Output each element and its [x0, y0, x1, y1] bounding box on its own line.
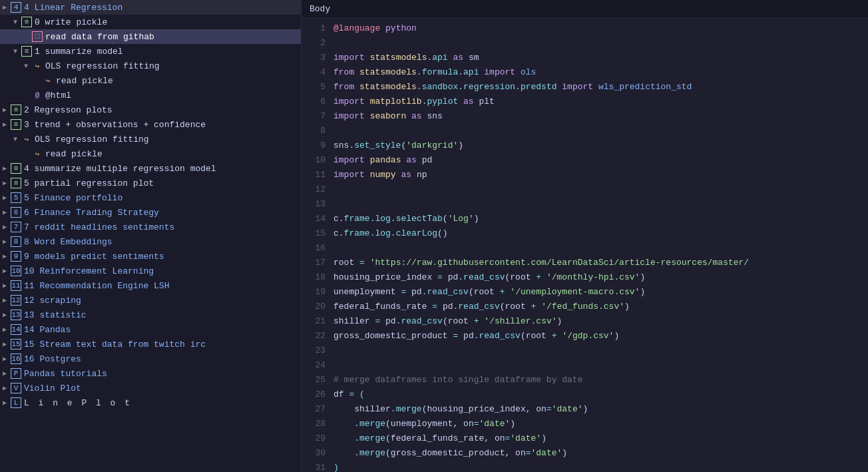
tree-arrow: ▶ — [3, 252, 11, 260]
sidebar-item-s23[interactable]: ▶1414 Pandas — [0, 322, 301, 337]
sidebar-item-s8[interactable]: ▶≡2 Regresson plots — [0, 103, 301, 117]
sidebar-item-label: 0 write pickle — [35, 17, 107, 27]
sidebar-item-s14[interactable]: ▶55 Finance portfolio — [0, 190, 301, 205]
section-icon: ≡ — [11, 105, 21, 115]
sidebar-item-label: 5 Finance portfolio — [24, 193, 122, 203]
sidebar-item-label: 14 Pandas — [24, 325, 71, 335]
sidebar-item-s24[interactable]: ▶1515 Stream text data from twitch irc — [0, 337, 301, 352]
sidebar-item-s25[interactable]: ▶1616 Postgres — [0, 352, 301, 366]
notebook-icon: 12 — [11, 295, 21, 306]
tree-arrow: ▶ — [3, 282, 11, 290]
sidebar-item-label: 4 Linear Regression — [24, 3, 122, 13]
sidebar-item-label: 3 trend + observations + confidence — [24, 120, 206, 130]
sidebar-item-s17[interactable]: ▶88 Word Embeddings — [0, 234, 301, 249]
notebook-icon: V — [11, 383, 21, 393]
sidebar-item-label: 5 partial regression plot — [24, 178, 154, 188]
ref-icon: ↪ — [43, 75, 53, 86]
section-icon: ≡ — [11, 119, 21, 130]
sidebar-item-s4[interactable]: ▼≡1 summarize model — [0, 44, 301, 59]
sidebar-item-s2[interactable]: ▼≡0 write pickle — [0, 15, 301, 29]
sidebar-item-label: 1 summarize model — [35, 47, 123, 57]
section-icon: ≡ — [11, 178, 21, 188]
sidebar-item-s13[interactable]: ▶≡5 partial regression plot — [0, 176, 301, 190]
notebook-icon: 14 — [11, 324, 21, 335]
html-icon: @ — [32, 90, 43, 101]
sidebar-item-s15[interactable]: ▶66 Finance Trading Strategy — [0, 205, 301, 220]
code-content: @language python import statsmodels.api … — [333, 21, 868, 469]
notebook-icon: 15 — [11, 339, 21, 350]
notebook-icon: 4 — [11, 2, 21, 13]
sidebar-item-s5[interactable]: ▼↪OLS regression fitting — [0, 59, 301, 73]
notebook-icon: 8 — [11, 236, 21, 247]
code-panel: Body 12345 678910 1112131415 1617181920 … — [302, 0, 868, 472]
notebook-icon: 7 — [11, 222, 21, 232]
tree-arrow: ▶ — [3, 120, 11, 128]
sidebar-item-label: 13 statistic — [24, 310, 87, 320]
sidebar-item-label: read pickle — [45, 149, 103, 159]
ref-icon: ↪ — [21, 134, 32, 144]
code-body[interactable]: 12345 678910 1112131415 1617181920 21222… — [302, 19, 868, 472]
sidebar-item-label: 9 models predict sentiments — [24, 252, 164, 262]
sidebar-item-s10[interactable]: ▼↪OLS regression fitting — [0, 132, 301, 146]
sidebar-item-label: read data from githab — [45, 32, 154, 42]
sidebar-item-label: Pandas tutorials — [24, 369, 107, 379]
code-header: Body — [302, 0, 868, 19]
sidebar-item-label: 16 Postgres — [24, 354, 81, 364]
notebook-icon: 6 — [11, 207, 21, 218]
sidebar-item-label: 11 Recommendation Engine LSH — [24, 281, 169, 291]
line-numbers: 12345 678910 1112131415 1617181920 21222… — [302, 21, 333, 469]
section-icon: ≡ — [21, 17, 32, 27]
sidebar-item-s21[interactable]: ▶1212 scraping — [0, 293, 301, 308]
sidebar-item-label: read pickle — [56, 76, 113, 86]
sidebar-item-s19[interactable]: ▶1010 Reinforcement Learning — [0, 264, 301, 278]
sidebar-item-label: 12 scraping — [24, 296, 81, 306]
tree-arrow: ▶ — [3, 267, 11, 275]
tree-arrow: ▼ — [13, 19, 21, 26]
notebook-icon: 5 — [11, 192, 21, 203]
tree-arrow: ▶ — [3, 194, 11, 202]
body-label: Body — [310, 4, 330, 14]
tree-arrow: ▶ — [3, 296, 11, 304]
tree-arrow: ▼ — [13, 48, 21, 55]
sidebar: ▶44 Linear Regression▼≡0 write pickle□re… — [0, 0, 302, 472]
notebook-icon: L — [11, 397, 21, 408]
notebook-icon: 11 — [11, 280, 21, 291]
notebook-icon: P — [11, 368, 21, 379]
tree-arrow: ▶ — [3, 369, 11, 377]
sidebar-item-s9[interactable]: ▶≡3 trend + observations + confidence — [0, 117, 301, 132]
section-icon: ≡ — [11, 163, 21, 174]
notebook-icon: 13 — [11, 310, 21, 320]
sidebar-item-s26[interactable]: ▶PPandas tutorials — [0, 366, 301, 381]
sidebar-item-label: Violin Plot — [24, 383, 81, 393]
ref-icon: ↪ — [32, 61, 43, 71]
tree-arrow: ▶ — [3, 340, 11, 348]
ref-icon: ↪ — [32, 148, 43, 159]
sidebar-item-label: 6 Finance Trading Strategy — [24, 208, 159, 218]
sidebar-item-s7[interactable]: @@html — [0, 88, 301, 103]
tree-arrow: ▶ — [3, 399, 11, 407]
sidebar-item-label: 7 reddit headlines sentiments — [24, 222, 174, 232]
sidebar-item-s11[interactable]: ↪read pickle — [0, 146, 301, 161]
tree-arrow: ▶ — [3, 3, 11, 11]
sidebar-item-s16[interactable]: ▶77 reddit headlines sentiments — [0, 220, 301, 234]
tree-arrow: ▶ — [3, 238, 11, 246]
sidebar-item-s1[interactable]: ▶44 Linear Regression — [0, 0, 301, 15]
sidebar-item-label: @html — [45, 91, 71, 101]
sidebar-item-s28[interactable]: ▶LL i n e P l o t — [0, 395, 301, 410]
tree-arrow: ▶ — [3, 355, 11, 363]
section-icon: ≡ — [21, 46, 32, 57]
tree-arrow: ▶ — [3, 326, 11, 334]
tree-arrow: ▼ — [24, 63, 32, 70]
sidebar-item-s3[interactable]: □read data from githab — [0, 29, 301, 44]
sidebar-item-label: L i n e P l o t — [24, 398, 132, 408]
tree-arrow: ▶ — [3, 106, 11, 114]
notebook-icon: 16 — [11, 354, 21, 364]
sidebar-item-s22[interactable]: ▶1313 statistic — [0, 308, 301, 322]
sidebar-item-s20[interactable]: ▶1111 Recommendation Engine LSH — [0, 278, 301, 293]
sidebar-item-s6[interactable]: ↪read pickle — [0, 73, 301, 88]
sidebar-item-label: 4 summarize multiple regression model — [24, 164, 216, 174]
sidebar-item-s18[interactable]: ▶99 models predict sentiments — [0, 249, 301, 264]
tree-arrow: ▶ — [3, 164, 11, 172]
sidebar-item-s27[interactable]: ▶VViolin Plot — [0, 381, 301, 395]
sidebar-item-s12[interactable]: ▶≡4 summarize multiple regression model — [0, 161, 301, 176]
